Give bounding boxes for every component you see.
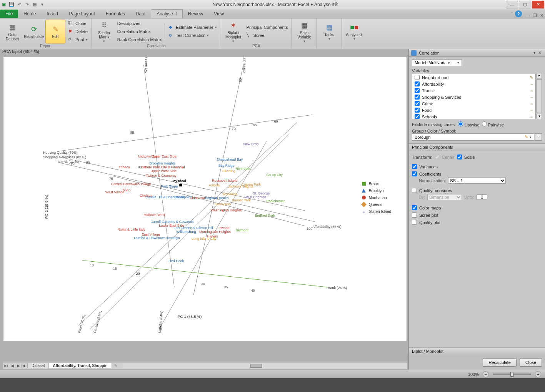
svg-text:Morningside Heights: Morningside Heights <box>199 230 231 234</box>
tab-data[interactable]: Data <box>130 10 151 18</box>
correlation-matrix-button[interactable]: Correlation Matrix <box>116 28 163 35</box>
variable-item[interactable]: Food⎓ <box>412 107 535 113</box>
svg-text:90: 90 <box>86 161 90 164</box>
var-add-icon[interactable]: ▸ <box>537 73 542 78</box>
sheet-tab-active[interactable]: Affordability, Transit, Shoppin <box>49 363 112 368</box>
qualityplot-checkbox[interactable]: Quality plot <box>409 219 545 226</box>
svg-text:20: 20 <box>136 272 140 276</box>
tab-insert[interactable]: Insert <box>41 10 63 18</box>
principal-components-button[interactable]: Principal Components <box>245 23 290 31</box>
panel-close-icon[interactable]: ✕ <box>537 50 543 55</box>
svg-text:Belmont: Belmont <box>236 228 248 232</box>
tab-page-layout[interactable]: Page Layout <box>63 10 100 18</box>
main-area: PCA biplot (68.4 %) 858 <box>0 49 545 370</box>
biplot-section[interactable]: Biplot / Monoplot <box>409 347 545 355</box>
svg-text:PC 2 (19.9 %): PC 2 (19.9 %) <box>44 195 48 219</box>
svg-text:35: 35 <box>224 285 228 289</box>
svg-text:Affordability (85 %): Affordability (85 %) <box>312 225 342 229</box>
close-button[interactable]: ✕ <box>532 1 544 8</box>
variable-item[interactable]: Schools⎓ <box>412 113 535 119</box>
clone-icon: ⿻ <box>68 21 74 26</box>
doc-restore-icon[interactable]: ❐ <box>532 13 538 19</box>
sheet-nav-first[interactable]: ⏮ <box>3 364 9 368</box>
tab-view[interactable]: View <box>208 10 229 18</box>
window-title: New York Neighborhoods.xlsx - Microsoft … <box>45 2 505 7</box>
scree-button[interactable]: ╲Scree <box>245 32 290 39</box>
model-dropdown[interactable]: Model: Multivariate <box>412 59 462 66</box>
redo-icon[interactable]: ↷ <box>24 2 30 8</box>
svg-text:Roosevelt Island: Roosevelt Island <box>212 179 237 183</box>
listwise-radio[interactable]: Listwise <box>458 121 479 127</box>
var-more-icon[interactable]: ▾ <box>537 114 542 119</box>
quality-checkbox[interactable]: Quality measures <box>409 187 545 194</box>
goto-dataset-button[interactable]: ▦Goto Dataset <box>2 20 22 43</box>
scale-checkbox[interactable]: Scale <box>457 154 475 159</box>
sheet-tab-icon[interactable]: ✎ <box>112 364 120 368</box>
delete-button[interactable]: ✖Delete <box>67 28 89 35</box>
sheet-tab-dataset[interactable]: Dataset <box>28 363 49 368</box>
svg-text:Red Hook: Red Hook <box>168 259 184 263</box>
tab-analyse-it[interactable]: Analyse-it <box>151 9 183 18</box>
variables-list[interactable]: Neighborhood✎Affordability⎓Transit⎓Shopp… <box>412 74 536 119</box>
undo-icon[interactable]: ↶ <box>16 2 22 8</box>
group-dropdown[interactable]: Borough✎ <box>412 133 534 141</box>
plot-card[interactable]: 8580 80 9590 606570 10075 101520 303540 … <box>3 57 407 341</box>
zoom-out-button[interactable]: − <box>483 371 489 377</box>
test-correlation-button[interactable]: φTest Correlation <box>167 32 218 39</box>
pairwise-radio[interactable]: Pairwise <box>482 121 504 127</box>
qat-dropdown-icon[interactable]: ▾ <box>39 2 45 8</box>
svg-text:75: 75 <box>109 177 113 181</box>
sheet-tab-bar: ⏮◀▶⏭ Dataset Affordability, Transit, Sho… <box>3 362 407 369</box>
zoom-slider[interactable] <box>493 374 531 375</box>
sheet-nav-prev[interactable]: ◀ <box>9 364 15 368</box>
print-button[interactable]: ⎙Print <box>67 36 89 43</box>
ribbon-minimize-icon[interactable]: ˇ <box>509 12 515 18</box>
tab-home[interactable]: Home <box>18 10 41 18</box>
zoom-in-button[interactable]: + <box>535 371 541 377</box>
clone-button[interactable]: ⿻Clone <box>67 20 89 27</box>
panel-dropdown-icon[interactable]: ▾ <box>532 50 537 55</box>
variable-item[interactable]: Crime⎓ <box>412 100 535 107</box>
panel-recalculate-button[interactable]: Recalculate <box>483 358 516 367</box>
variable-item[interactable]: Shopping & Services⎓ <box>412 94 535 100</box>
pca-biplot-chart: 8580 80 9590 606570 10075 101520 303540 … <box>3 57 407 341</box>
panel-close-button[interactable]: Close <box>520 358 542 367</box>
colormaps-checkbox[interactable]: Color maps <box>409 204 545 211</box>
doc-close-icon[interactable]: ✕ <box>538 13 545 19</box>
print-icon[interactable]: ▤ <box>32 2 38 8</box>
scatter-matrix-button[interactable]: ⠿Scatter Matrix <box>94 20 114 43</box>
variable-item[interactable]: Transit⎓ <box>412 87 535 94</box>
save-icon[interactable]: 💾 <box>8 2 15 8</box>
estimate-parameter-button[interactable]: ◆Estimate Parameter <box>167 23 218 31</box>
doc-minimize-icon[interactable]: — <box>524 13 532 19</box>
variances-checkbox[interactable]: Variances <box>409 163 545 170</box>
tab-file[interactable]: File <box>0 10 18 18</box>
maximize-button[interactable]: ▢ <box>519 1 531 8</box>
coefficients-checkbox[interactable]: Coefficients <box>409 170 545 178</box>
analyse-it-button[interactable]: ■■Analyse-it <box>344 20 364 43</box>
group-clear-icon[interactable]: ▯ <box>535 133 542 141</box>
save-variable-button[interactable]: ▦Save Variable <box>294 20 314 43</box>
descriptives-button[interactable]: Descriptives <box>116 20 163 27</box>
svg-text:60: 60 <box>274 120 278 123</box>
rank-correlation-button[interactable]: Rank Correlation Matrix <box>116 36 163 43</box>
tasks-button[interactable]: ▤Tasks <box>319 20 339 43</box>
title-bar: ▣ 💾 ↶ ↷ ▤ ▾ New York Neighborhoods.xlsx … <box>0 0 545 9</box>
sheet-nav-next[interactable]: ▶ <box>15 364 22 368</box>
biplot-icon: ✶ <box>228 20 239 31</box>
screeplot-checkbox[interactable]: Scree plot <box>409 211 545 219</box>
sheet-nav-last[interactable]: ⏭ <box>22 364 28 368</box>
horizontal-scrollbar[interactable] <box>122 363 407 369</box>
edit-button[interactable]: ✎Edit <box>45 20 65 43</box>
variable-item[interactable]: Neighborhood✎ <box>412 74 535 81</box>
biplot-button[interactable]: ✶Biplot / Monoplot <box>223 20 243 43</box>
normalization-select[interactable]: SS = 1 <box>448 178 506 184</box>
minimize-button[interactable]: — <box>506 1 518 8</box>
tab-review[interactable]: Review <box>183 10 208 18</box>
variable-item[interactable]: Affordability⎓ <box>412 81 535 87</box>
recalculate-button[interactable]: ⟳Recalculate <box>24 20 44 43</box>
tab-formulas[interactable]: Formulas <box>100 10 130 18</box>
help-icon[interactable]: ? <box>515 10 522 17</box>
save-var-icon: ▦ <box>299 20 310 31</box>
ribbon-group-report: ▦Goto Dataset ⟳Recalculate ✎Edit ⿻Clone … <box>0 18 92 49</box>
